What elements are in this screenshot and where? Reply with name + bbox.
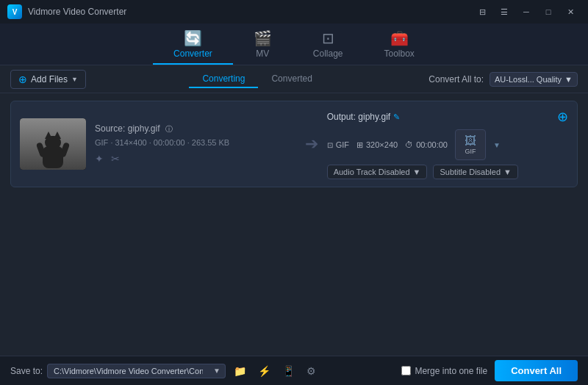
file-actions: ✦ ✂ bbox=[95, 153, 296, 165]
audio-track-label: Audio Track Disabled bbox=[334, 168, 410, 176]
nav-tabs: 🔄 Converter 🎬 MV ⊡ Collage 🧰 Toolbox bbox=[0, 24, 588, 65]
output-dropdowns: Audio Track Disabled ▼ Subtitle Disabled… bbox=[327, 165, 568, 179]
collage-icon: ⊡ bbox=[322, 29, 334, 47]
quality-value: AU-Lossl... Quality bbox=[495, 75, 562, 84]
subtitle-dropdown[interactable]: Subtitle Disabled ▼ bbox=[433, 165, 517, 179]
tab-mv[interactable]: 🎬 MV bbox=[233, 24, 293, 65]
open-folder-button[interactable]: 📁 bbox=[230, 364, 250, 378]
subtitle-label: Subtitle Disabled bbox=[440, 168, 501, 176]
title-bar-left: V Vidmore Video Converter bbox=[7, 4, 126, 19]
output-info: Output: giphy.gif ✎ ⊕ ⊡ GIF ⊞ 320×240 ⏱ … bbox=[327, 109, 568, 179]
res-value: 320×240 bbox=[366, 140, 398, 149]
output-label: Output: bbox=[327, 112, 356, 122]
cut-icon[interactable]: ✂ bbox=[111, 153, 120, 165]
filter-converting[interactable]: Converting bbox=[189, 71, 258, 88]
tab-toolbox[interactable]: 🧰 Toolbox bbox=[364, 24, 435, 65]
conversion-arrow: ➔ bbox=[305, 134, 318, 154]
format-expand-arrow[interactable]: ▼ bbox=[493, 141, 501, 149]
title-bar-controls: ⊟ ☰ ─ □ ✕ bbox=[472, 4, 581, 19]
chat-button[interactable]: ⊟ bbox=[472, 4, 492, 19]
source-label: Source: bbox=[95, 123, 125, 134]
gif-icon: 🖼 bbox=[465, 134, 476, 148]
status-left: Save to: ▼ 📁 ⚡ 📱 ⚙ bbox=[10, 364, 320, 378]
path-wrapper: ▼ bbox=[47, 364, 226, 378]
filter-tabs: Converting Converted bbox=[189, 71, 325, 88]
maximize-button[interactable]: □ bbox=[538, 4, 559, 19]
format-thumb-label: GIF bbox=[465, 148, 476, 155]
file-thumbnail bbox=[20, 118, 86, 170]
tab-converter[interactable]: 🔄 Converter bbox=[153, 24, 233, 65]
output-format-label: GIF bbox=[336, 140, 349, 149]
close-button[interactable]: ✕ bbox=[560, 4, 581, 19]
status-right: Merge into one file Convert All bbox=[401, 360, 578, 381]
output-resolution: ⊞ 320×240 bbox=[356, 140, 398, 150]
subtitle-arrow: ▼ bbox=[503, 168, 512, 176]
save-path-input[interactable] bbox=[47, 364, 209, 378]
source-filename: giphy.gif bbox=[128, 123, 160, 134]
quality-selector[interactable]: AU-Lossl... Quality ▼ bbox=[490, 72, 578, 87]
tab-collage[interactable]: ⊡ Collage bbox=[293, 24, 364, 65]
save-label: Save to: bbox=[10, 366, 43, 376]
toolbox-icon: 🧰 bbox=[390, 29, 409, 47]
path-dropdown-arrow[interactable]: ▼ bbox=[209, 364, 226, 378]
tab-converter-label: Converter bbox=[173, 48, 212, 59]
output-row: ⊡ GIF ⊞ 320×240 ⏱ 00:00:00 🖼 GIF ▼ bbox=[327, 129, 568, 160]
tab-toolbox-label: Toolbox bbox=[384, 48, 415, 59]
output-file: giphy.gif bbox=[358, 112, 390, 122]
title-bar: V Vidmore Video Converter ⊟ ☰ ─ □ ✕ bbox=[0, 0, 588, 24]
file-item: Source: giphy.gif ⓘ GIF · 314×400 · 00:0… bbox=[10, 101, 578, 187]
merge-label: Merge into one file bbox=[415, 366, 487, 376]
status-bar: Save to: ▼ 📁 ⚡ 📱 ⚙ Merge into one file C… bbox=[0, 356, 588, 385]
dur-icon: ⏱ bbox=[405, 140, 413, 149]
dur-value: 00:00:00 bbox=[416, 140, 448, 149]
main-content: Source: giphy.gif ⓘ GIF · 314×400 · 00:0… bbox=[0, 93, 588, 358]
add-files-button[interactable]: ⊕ Add Files ▼ bbox=[10, 70, 86, 89]
tab-collage-label: Collage bbox=[313, 48, 343, 59]
file-source: Source: giphy.gif ⓘ bbox=[95, 123, 296, 134]
thumbnail-image bbox=[20, 118, 86, 170]
toolbar-left: ⊕ Add Files ▼ bbox=[10, 70, 86, 89]
output-duration: ⏱ 00:00:00 bbox=[405, 140, 448, 149]
output-header: Output: giphy.gif ✎ ⊕ bbox=[327, 109, 568, 125]
settings-button[interactable]: ⚡ bbox=[254, 364, 274, 378]
app-logo: V bbox=[7, 4, 22, 19]
filter-converted[interactable]: Converted bbox=[258, 71, 325, 88]
add-files-dropdown-arrow: ▼ bbox=[71, 76, 78, 83]
cat-silhouette bbox=[38, 128, 68, 168]
info-icon[interactable]: ⓘ bbox=[165, 125, 173, 133]
format-icon: ⊡ bbox=[327, 141, 333, 149]
toolbar: ⊕ Add Files ▼ Converting Converted Conve… bbox=[0, 65, 588, 93]
phone-button[interactable]: 📱 bbox=[279, 364, 298, 378]
cat-body bbox=[43, 146, 63, 168]
convert-all-button[interactable]: Convert All bbox=[495, 360, 578, 381]
audio-track-dropdown[interactable]: Audio Track Disabled ▼ bbox=[327, 165, 428, 179]
merge-checkbox-input[interactable] bbox=[401, 366, 411, 375]
convert-all-label: Convert All to: bbox=[429, 74, 484, 84]
add-icon: ⊕ bbox=[18, 73, 27, 85]
effects-icon[interactable]: ✦ bbox=[95, 153, 104, 165]
quality-dropdown-arrow: ▼ bbox=[564, 75, 573, 84]
format-thumbnail[interactable]: 🖼 GIF bbox=[455, 129, 486, 160]
merge-checkbox-label[interactable]: Merge into one file bbox=[401, 366, 487, 376]
output-filename: Output: giphy.gif ✎ bbox=[327, 112, 400, 122]
res-icon: ⊞ bbox=[356, 140, 363, 150]
toolbar-right: Convert All to: AU-Lossl... Quality ▼ bbox=[429, 72, 578, 87]
audio-track-arrow: ▼ bbox=[413, 168, 421, 176]
edit-filename-icon[interactable]: ✎ bbox=[393, 112, 400, 121]
menu-button[interactable]: ☰ bbox=[494, 4, 514, 19]
minimize-button[interactable]: ─ bbox=[516, 4, 537, 19]
file-info: Source: giphy.gif ⓘ GIF · 314×400 · 00:0… bbox=[95, 123, 296, 165]
app-title: Vidmore Video Converter bbox=[28, 7, 126, 17]
gear-button[interactable]: ⚙ bbox=[303, 364, 320, 378]
tab-mv-label: MV bbox=[256, 48, 269, 59]
output-format: ⊡ GIF bbox=[327, 140, 349, 149]
add-output-button[interactable]: ⊕ bbox=[557, 109, 568, 125]
file-meta: GIF · 314×400 · 00:00:00 · 263.55 KB bbox=[95, 138, 296, 147]
mv-icon: 🎬 bbox=[254, 29, 272, 47]
converter-icon: 🔄 bbox=[184, 29, 202, 47]
add-files-label: Add Files bbox=[31, 74, 68, 84]
